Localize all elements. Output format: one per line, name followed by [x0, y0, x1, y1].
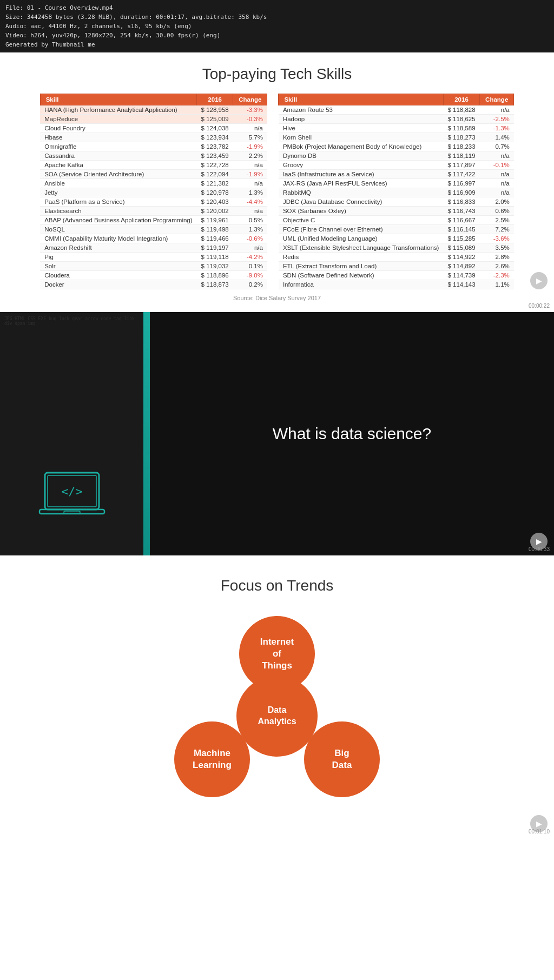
- slide2-left-panel: JPG HTML CSS EXE bug lock gear arrow cod…: [0, 312, 143, 555]
- th-change-2: Change: [480, 94, 514, 105]
- table-row: Hadoop$ 118,625-2.5%: [279, 115, 514, 124]
- table-row: Amazon Route 53$ 118,828n/a: [279, 105, 514, 115]
- table-row: Ansible$ 121,382n/a: [40, 179, 267, 188]
- slide3-title: Focus on Trends: [11, 577, 543, 594]
- table-row: ETL (Extract Transform and Load)$ 114,89…: [279, 262, 514, 271]
- meta-line4: Video: h264, yuv420p, 1280x720, 254 kb/s…: [5, 31, 549, 40]
- th-change-1: Change: [233, 94, 267, 105]
- tables-row: Skill 2016 Change HANA (High Performance…: [16, 94, 538, 289]
- table-row: JDBC (Java Database Connectivity)$ 116,8…: [279, 197, 514, 207]
- slide2-data-science: JPG HTML CSS EXE bug lock gear arrow cod…: [0, 312, 554, 555]
- table-row: ABAP (Advanced Business Application Prog…: [40, 216, 267, 225]
- table-row: SOX (Sarbanes Oxley)$ 116,7430.6%: [279, 207, 514, 216]
- table-row: SOA (Service Oriented Architecture)$ 122…: [40, 170, 267, 179]
- table-row: Informatica$ 114,1431.1%: [279, 280, 514, 289]
- source-text: Source: Dice Salary Survey 2017: [16, 295, 538, 301]
- timestamp-3: 00:01:10: [529, 829, 550, 835]
- table-row: Redis$ 114,9222.8%: [279, 253, 514, 262]
- table-row: Elasticsearch$ 120,002n/a: [40, 207, 267, 216]
- table-row: Korn Shell$ 118,2731.4%: [279, 133, 514, 142]
- table-row: Cassandra$ 123,4592.2%: [40, 151, 267, 161]
- table-row: Solr$ 119,0320.1%: [40, 262, 267, 271]
- timestamp-1: 00:00:22: [529, 303, 550, 309]
- slide1-top-paying: Top-paying Tech Skills Skill 2016 Change…: [0, 52, 554, 312]
- skills-table-left: Skill 2016 Change HANA (High Performance…: [40, 94, 268, 289]
- slide2-divider: [143, 312, 150, 555]
- bubble-big-data: BigData: [304, 721, 380, 797]
- table-row: Cloud Foundry$ 124,038n/a: [40, 124, 267, 133]
- table-row: RabbitMQ$ 116,909n/a: [279, 188, 514, 197]
- table-row: PMBok (Project Management Body of Knowle…: [279, 142, 514, 151]
- meta-bar: File: 01 - Course Overview.mp4 Size: 344…: [0, 0, 554, 52]
- table-row: Amazon Redshift$ 119,197n/a: [40, 243, 267, 253]
- table-row: UML (Unified Modeling Language)$ 115,285…: [279, 234, 514, 243]
- table-row: Cloudera$ 118,896-9.0%: [40, 271, 267, 280]
- table-row: Dynomo DB$ 118,119n/a: [279, 151, 514, 161]
- meta-line3: Audio: aac, 44100 Hz, 2 channels, s16, 9…: [5, 22, 549, 31]
- table-row: NoSQL$ 119,4981.3%: [40, 225, 267, 234]
- table-row: SDN (Software Defined Network)$ 114,739-…: [279, 271, 514, 280]
- table-row: FCoE (Fibre Channel over Ethernet)$ 116,…: [279, 225, 514, 234]
- th-skill-2: Skill: [279, 94, 444, 105]
- table-row: Apache Kafka$ 122,728n/a: [40, 161, 267, 170]
- table-row: MapReduce$ 125,009-0.3%: [40, 115, 267, 124]
- table-row: Jetty$ 120,9781.3%: [40, 188, 267, 197]
- timestamp-2: 00:00:33: [529, 546, 550, 552]
- table-row: Hbase$ 123,9345.7%: [40, 133, 267, 142]
- th-2016-1: 2016: [197, 94, 233, 105]
- svg-rect-4: [64, 511, 80, 513]
- table-row: XSLT (Extensible Stylesheet Language Tra…: [279, 243, 514, 253]
- play-button-1[interactable]: ▶: [530, 272, 548, 289]
- bubbles-container: InternetofThings DataAnalytics MachineLe…: [163, 616, 391, 811]
- bubble-machine-learning: MachineLearning: [174, 721, 250, 797]
- table-row: JAX-RS (Java API RestFUL Services)$ 116,…: [279, 179, 514, 188]
- table-row: HANA (High Performance Analytical Applic…: [40, 105, 267, 115]
- meta-line1: File: 01 - Course Overview.mp4: [5, 3, 549, 12]
- table-row: Groovy$ 117,897-0.1%: [279, 161, 514, 170]
- table-row: Objective C$ 116,6672.5%: [279, 216, 514, 225]
- meta-line5: Generated by Thumbnail me: [5, 40, 549, 49]
- table-row: Pig$ 119,118-4.2%: [40, 253, 267, 262]
- table-row: PaaS (Platform as a Service)$ 120,403-4.…: [40, 197, 267, 207]
- slide2-right-panel: What is data science?: [150, 312, 554, 555]
- slide3-trends: Focus on Trends InternetofThings DataAna…: [0, 555, 554, 838]
- th-2016-2: 2016: [443, 94, 479, 105]
- table-row: Hive$ 118,589-1.3%: [279, 124, 514, 133]
- meta-line2: Size: 3442458 bytes (3.28 MiB), duration…: [5, 12, 549, 22]
- table-row: Docker$ 118,8730.2%: [40, 280, 267, 289]
- table-row: Omnigraffle$ 123,782-1.9%: [40, 142, 267, 151]
- laptop-icon: </>: [37, 470, 107, 521]
- slide2-question: What is data science?: [273, 425, 431, 443]
- table-row: CMMI (Capability Maturity Model Integrat…: [40, 234, 267, 243]
- bubble-analytics: DataAnalytics: [236, 676, 318, 757]
- slide1-title: Top-paying Tech Skills: [16, 65, 538, 83]
- svg-text:</>: </>: [61, 485, 83, 498]
- skills-table-right: Skill 2016 Change Amazon Route 53$ 118,8…: [278, 94, 514, 289]
- table-row: IaaS (Infrastructure as a Service)$ 117,…: [279, 170, 514, 179]
- th-skill-1: Skill: [40, 94, 196, 105]
